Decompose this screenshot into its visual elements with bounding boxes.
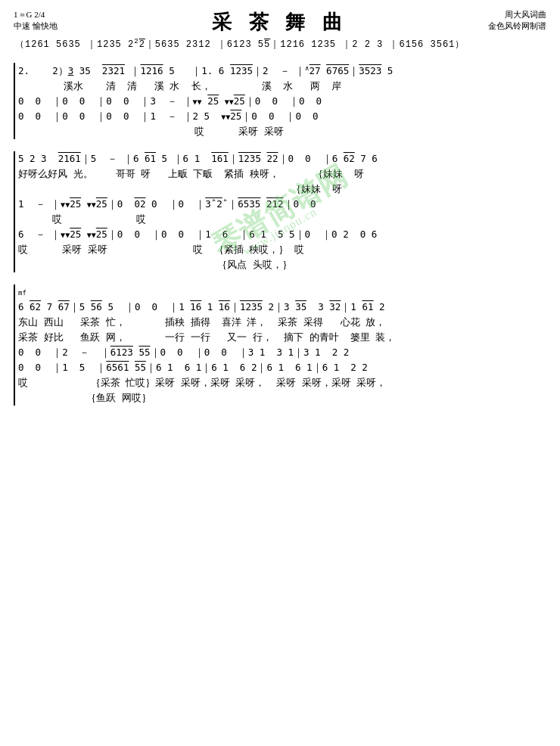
sec2-lyrics3b: ｛风点 头哎，｝ xyxy=(18,257,546,272)
sec2-harmony2: 6 － ｜▼▼25 ▼▼25｜0 0 ｜0 0 ｜1 6 ｜6 1 5 5｜0 … xyxy=(18,227,546,242)
sec3-lyrics1: 东山 西山 采茶 忙， 插秧 插得 喜洋 洋， 采茶 采得 心花 放， xyxy=(18,315,546,330)
sec3-harmony1: 0 0 ｜2 － ｜6123 55｜0 0 ｜0 0 ｜3 1 3 1｜3 1 … xyxy=(18,345,546,360)
sec1-harmony1: 0 0 ｜0 0 ｜0 0 ｜3 － ｜▼▼ 25 ▼▼25｜0 0 ｜0 0 xyxy=(18,94,546,109)
section-1: 2. 2）3 35 2321 ｜1216 5 ｜1. 6 1235｜2 － ｜∧… xyxy=(14,63,546,139)
song-title: 采 茶 舞 曲 xyxy=(74,9,486,36)
sec3-melody2: 6 62 7 67｜5 56 5 ｜0 0 ｜1 16 1 16｜1235 2｜… xyxy=(18,300,546,315)
sec1-melody: 2. 2）3 35 2321 ｜1216 5 ｜1. 6 1235｜2 － ｜∧… xyxy=(18,63,546,79)
title-row: 1＝G 2/4 中速 愉快地 采 茶 舞 曲 周大风词曲 金色风铃网制谱 xyxy=(14,9,546,36)
key-sig: 1＝G 2/4 xyxy=(14,9,74,20)
section-3: mf 6 62 7 67｜5 56 5 ｜0 0 ｜1 16 1 16｜1235… xyxy=(14,284,546,406)
sec2-lyrics1: 好呀么好风 光。 哥哥 呀 上畈 下畈 紧插 秧呀， ｛妹妹 呀 xyxy=(18,166,546,182)
page: 1＝G 2/4 中速 愉快地 采 茶 舞 曲 周大风词曲 金色风铃网制谱 （12… xyxy=(0,0,560,421)
sec3-lyrics2: 采茶 好比 鱼跃 网， 一行 一行 又一 行， 摘下 的青叶 篓里 装， xyxy=(18,330,546,345)
sec3-lyrics3: 哎 ｛采茶 忙哎｝采呀 采呀，采呀 采呀， 采呀 采呀，采呀 采呀， xyxy=(18,375,546,390)
sec1-lyrics2: 哎 采呀 采呀 xyxy=(18,124,546,139)
sec3-harmony2: 0 0 ｜1 5 ｜6561 55｜6 1 6 1｜6 1 6 2｜6 1 6 … xyxy=(18,360,546,375)
sec2-harmony1: 1 － ｜▼▼25 ▼▼25｜0 02 0 ｜0 ｜3̂ 2̂ ｜6535 21… xyxy=(18,197,546,212)
sec2-lyrics2: 哎 哎 xyxy=(18,212,546,227)
tempo: 中速 愉快地 xyxy=(14,20,74,32)
composer: 周大风词曲 金色风铃网制谱 xyxy=(486,9,546,33)
sec2-lyrics1b: ｛妹妹 呀 xyxy=(18,182,546,197)
sec3-lyrics4: ｛鱼跃 网哎｝ xyxy=(18,390,546,406)
composer-line1: 周大风词曲 xyxy=(486,9,546,20)
sec2-melody1: 5 2 3 2161｜5 － ｜6 61 5 ｜6 1 161｜1235 22｜… xyxy=(18,151,546,166)
section-2: 5 2 3 2161｜5 － ｜6 61 5 ｜6 1 161｜1235 22｜… xyxy=(14,151,546,272)
key-tempo: 1＝G 2/4 中速 愉快地 xyxy=(14,9,74,33)
sec2-lyrics3: 哎 采呀 采呀 哎 ｛紧插 秧哎，｝ 哎 xyxy=(18,242,546,257)
composer-line2: 金色风铃网制谱 xyxy=(486,20,546,32)
sec3-melody1: mf xyxy=(18,284,546,300)
intro-line: （1261 5635 ｜1235 222｜5635 2312 ｜6123 55｜… xyxy=(14,37,546,52)
sec1-lyrics1: 溪水 清 清 溪 水 长， 溪 水 两 岸 xyxy=(18,79,546,94)
sec1-harmony2: 0 0 ｜0 0 ｜0 0 ｜1 － ｜2 5 ▼▼25｜0 0 ｜0 0 xyxy=(18,109,546,124)
